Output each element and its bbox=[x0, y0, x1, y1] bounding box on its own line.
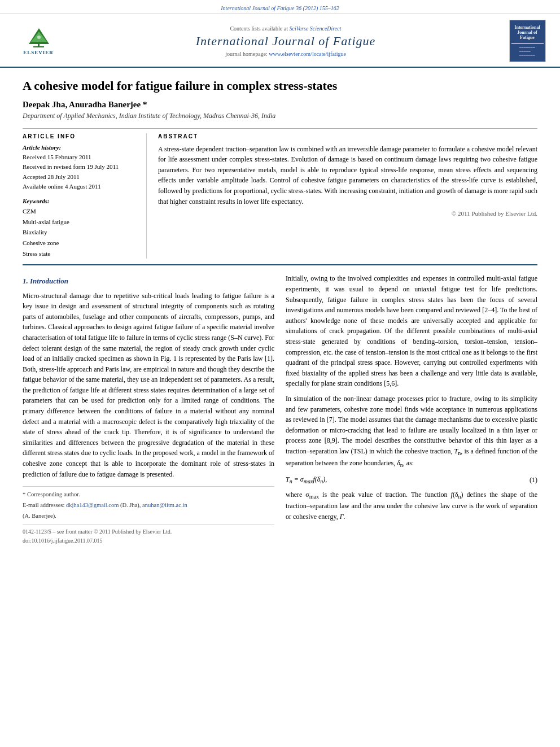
footnote-section: * Corresponding author. E-mail addresses… bbox=[23, 486, 274, 520]
accepted-date: Accepted 28 July 2011 bbox=[23, 172, 137, 182]
doi-text: doi:10.1016/j.ijfatigue.2011.07.015 bbox=[23, 536, 274, 545]
sciverse-link[interactable]: SciVerse ScienceDirect bbox=[289, 25, 341, 32]
elsevier-logo: ELSEVIER bbox=[16, 27, 61, 55]
email-1[interactable]: dkjha143@gmail.com bbox=[66, 502, 119, 508]
journal-header: ELSEVIER Contents lists available at Sci… bbox=[0, 14, 560, 68]
revised-date: Received in revised form 19 July 2011 bbox=[23, 162, 137, 172]
article-title: A cohesive model for fatigue failure in … bbox=[23, 78, 537, 94]
article-body: 1. Introduction Micro-structural damage … bbox=[23, 273, 537, 545]
email-prefix: E-mail addresses: bbox=[23, 502, 64, 508]
abstract-title: ABSTRACT bbox=[158, 133, 537, 139]
svg-rect-1 bbox=[33, 46, 44, 47]
authors: Deepak Jha, Anuradha Banerjee * bbox=[23, 100, 537, 110]
body-left-col: 1. Introduction Micro-structural damage … bbox=[23, 273, 274, 545]
equation-1: Tn = σmaxf(δn), (1) bbox=[286, 474, 537, 486]
right-para-2: In simulation of the non-linear damage p… bbox=[286, 394, 537, 470]
article-page: A cohesive model for fatigue failure in … bbox=[0, 68, 560, 551]
journal-homepage: journal homepage: www.elsevier.com/locat… bbox=[72, 51, 499, 57]
author-names: Deepak Jha, Anuradha Banerjee * bbox=[23, 100, 147, 109]
journal-title: International Journal of Fatigue bbox=[72, 34, 499, 49]
cover-image-section: InternationalJournal ofFatigue ━━━━━━━━━… bbox=[505, 20, 550, 62]
issn-section: 0142-1123/$ – see front matter © 2011 Pu… bbox=[23, 525, 274, 545]
keywords-label: Keywords: bbox=[23, 198, 137, 204]
keyword-2: Multi-axial fatigue bbox=[23, 217, 137, 228]
affiliation: Department of Applied Mechanics, Indian … bbox=[23, 112, 537, 120]
body-divider bbox=[23, 264, 537, 265]
history-label: Article history: bbox=[23, 144, 137, 151]
article-info-abstract: ARTICLE INFO Article history: Received 1… bbox=[23, 133, 537, 259]
abstract-col: ABSTRACT A stress-state dependent tracti… bbox=[158, 133, 537, 259]
corresponding-label: * Corresponding author. bbox=[23, 491, 80, 497]
intro-para-1: Micro-structural damage due to repetitiv… bbox=[23, 291, 274, 480]
sciverse-line: Contents lists available at SciVerse Sci… bbox=[72, 25, 499, 32]
right-para-1: Initially, owing to the involved complex… bbox=[286, 273, 537, 389]
email-2[interactable]: anuhan@iitm.ac.in bbox=[142, 502, 187, 508]
homepage-url[interactable]: www.elsevier.com/locate/ijfatigue bbox=[269, 51, 346, 57]
cover-lines: ━━━━━━━━━━━━━━━━━━━ bbox=[519, 45, 535, 57]
article-info-col: ARTICLE INFO Article history: Received 1… bbox=[23, 133, 147, 259]
homepage-label: journal homepage: bbox=[225, 51, 268, 57]
author-name-2-line: (A. Banerjee). bbox=[23, 512, 274, 521]
received-date: Received 15 February 2011 bbox=[23, 152, 137, 163]
where-text: where σmax is the peak value of traction… bbox=[286, 490, 537, 522]
available-date: Available online 4 August 2011 bbox=[23, 182, 137, 192]
intro-section-title: 1. Introduction bbox=[23, 276, 274, 287]
body-right-col: Initially, owing to the involved complex… bbox=[286, 273, 537, 545]
equation-text: Tn = σmaxf(δn), bbox=[286, 474, 327, 486]
issn-text: 0142-1123/$ – see front matter © 2011 Pu… bbox=[23, 527, 274, 536]
article-info-title: ARTICLE INFO bbox=[23, 133, 137, 139]
elsevier-logo-section: ELSEVIER bbox=[10, 27, 67, 55]
elsevier-text: ELSEVIER bbox=[23, 50, 54, 55]
copyright: © 2011 Published by Elsevier Ltd. bbox=[158, 210, 537, 217]
journal-header-center: Contents lists available at SciVerse Sci… bbox=[67, 25, 505, 57]
cover-journal-name: InternationalJournal ofFatigue bbox=[514, 25, 540, 40]
journal-cover: InternationalJournal ofFatigue ━━━━━━━━━… bbox=[509, 20, 546, 62]
elsevier-tree-icon bbox=[23, 27, 54, 49]
keyword-3: Biaxiality bbox=[23, 227, 137, 238]
keyword-1: CZM bbox=[23, 206, 137, 217]
sciverse-prefix: Contents lists available at bbox=[230, 25, 287, 32]
keywords-section: Keywords: CZM Multi-axial fatigue Biaxia… bbox=[23, 198, 137, 259]
abstract-text: A stress-state dependent traction–separa… bbox=[158, 144, 537, 207]
author-name-1: (D. Jha), bbox=[120, 502, 141, 508]
equation-number: (1) bbox=[530, 475, 537, 486]
svg-point-4 bbox=[37, 36, 41, 39]
author-name-2: (A. Banerjee). bbox=[23, 513, 56, 519]
divider-1 bbox=[23, 128, 537, 129]
journal-ref: International Journal of Fatigue 36 (201… bbox=[221, 5, 339, 11]
keyword-4: Cohesive zone bbox=[23, 238, 137, 248]
keyword-5: Stress state bbox=[23, 248, 137, 259]
top-bar: International Journal of Fatigue 36 (201… bbox=[0, 0, 560, 14]
corresponding-author: * Corresponding author. bbox=[23, 490, 274, 499]
email-line: E-mail addresses: dkjha143@gmail.com (D.… bbox=[23, 501, 274, 510]
